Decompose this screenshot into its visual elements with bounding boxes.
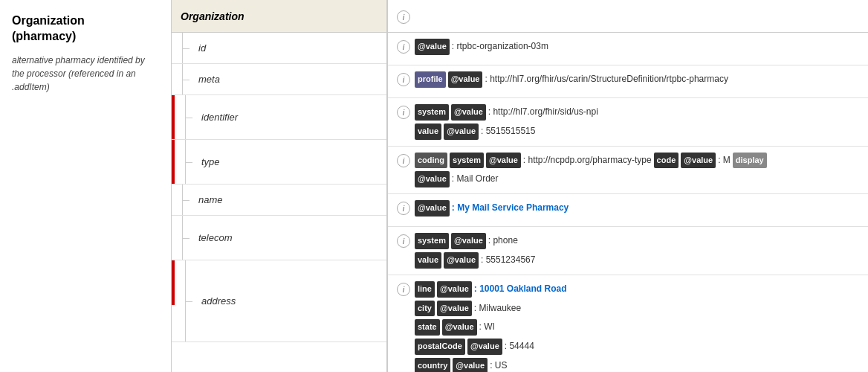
info-icon-meta[interactable]: i [397, 73, 410, 86]
identifier-line-2: value @value : 5515515515 [415, 124, 535, 140]
value-content-address: line @value : 10001 Oakland Road city @v… [415, 281, 859, 372]
value-row-name: i @value : My Mail Service Pharmacy [388, 194, 868, 227]
tag-state-address: state [415, 319, 440, 336]
type-line-1: coding system @value : http://ncpdp.org/… [415, 153, 767, 169]
tag-coding-type: coding [415, 153, 447, 169]
sidebar: Organization(pharmacy) alternative pharm… [0, 0, 171, 372]
text-type-system: : http://ncpdp.org/pharmacy-type [523, 153, 652, 169]
tree-line-meta [172, 64, 192, 94]
value-content-name: @value : My Mail Service Pharmacy [415, 200, 859, 217]
tag-value-address-country: @value [453, 358, 488, 372]
tag-atvalue-telecom: @value [444, 252, 479, 269]
field-name-type: type [195, 140, 386, 184]
address-line-5: country @value : US [415, 358, 508, 372]
tree-line-identifier [175, 95, 195, 139]
field-name-telecom: telecom [192, 216, 386, 260]
tag-code-type: code [654, 153, 679, 169]
text-meta-value: : http://hl7.org/fhir/us/carin/Structure… [485, 71, 728, 88]
address-line-2: city @value : Milwaukee [415, 301, 521, 317]
value-content-id: @value : rtpbc-organization-03m [415, 39, 859, 55]
identifier-line-1: system @value : http://hl7.org/fhir/sid/… [415, 104, 598, 121]
text-identifier-value: : 5515515515 [481, 124, 535, 140]
tag-line-address: line [415, 281, 435, 298]
text-name-value: : My Mail Service Pharmacy [452, 200, 569, 217]
text-telecom-system: : phone [488, 233, 518, 249]
text-type-code: : M [718, 153, 731, 169]
tree-line-telecom [172, 216, 192, 260]
text-address-line: : 10001 Oakland Road [474, 281, 567, 298]
text-address-city: : Milwaukee [474, 301, 521, 317]
tag-postal-address: postalCode [415, 339, 465, 355]
tag-system-type: system [450, 153, 484, 169]
text-telecom-value: : 5551234567 [481, 252, 535, 269]
tree-line-address [175, 260, 195, 341]
text-address-country: : US [490, 358, 507, 372]
tag-value-identifier-val: value [415, 124, 441, 140]
type-line-2: @value : Mail Order [415, 171, 499, 187]
info-icon-type[interactable]: i [397, 154, 410, 167]
telecom-line-2: value @value : 5551234567 [415, 252, 535, 269]
values-column: i i @value : rtpbc-organization-03m i pr… [387, 0, 868, 372]
tag-country-address: country [415, 358, 450, 372]
sidebar-description: alternative pharmacy identified by the p… [12, 54, 159, 94]
main-content: Organization id meta identifier type nam… [171, 0, 868, 372]
text-type-display: : Mail Order [452, 171, 499, 187]
tag-value-identifier-system: @value [451, 104, 486, 121]
tag-display-type: display [733, 153, 767, 169]
value-row-telecom: i system @value : phone value @value : 5… [388, 227, 868, 275]
tag-value-telecom-val: value [415, 252, 441, 269]
value-content-meta: profile @value : http://hl7.org/fhir/us/… [415, 71, 859, 88]
info-icon-name[interactable]: i [397, 202, 410, 215]
value-content-identifier: system @value : http://hl7.org/fhir/sid/… [415, 104, 859, 140]
tag-value-meta: @value [448, 71, 483, 88]
tag-value-id: @value [415, 39, 450, 55]
tree-line-id [172, 33, 192, 63]
field-row-id: id [172, 33, 386, 64]
tag-value-address-line: @value [437, 281, 472, 298]
field-name-address: address [195, 260, 386, 341]
value-content-type: coding system @value : http://ncpdp.org/… [415, 153, 859, 188]
info-icon-address[interactable]: i [397, 283, 410, 296]
tag-value-address-city: @value [437, 301, 472, 317]
text-identifier-system: : http://hl7.org/fhir/sid/us-npi [488, 104, 598, 121]
value-row-identifier: i system @value : http://hl7.org/fhir/si… [388, 98, 868, 147]
value-row-id: i @value : rtpbc-organization-03m [388, 33, 868, 65]
value-row-type: i coding system @value : http://ncpdp.or… [388, 147, 868, 195]
tag-system-telecom: system [415, 233, 449, 249]
info-icon-header[interactable]: i [397, 10, 410, 24]
tag-system-identifier: system [415, 104, 449, 121]
tag-value-telecom-system: @value [451, 233, 486, 249]
text-address-state: : WI [479, 319, 495, 336]
field-row-name: name [172, 185, 386, 216]
tag-city-address: city [415, 301, 435, 317]
info-icon-telecom[interactable]: i [397, 234, 410, 248]
field-name-id: id [192, 33, 386, 63]
tag-value-type-code: @value [681, 153, 716, 169]
tag-profile-meta: profile [415, 71, 446, 88]
tag-value-address-postal: @value [467, 339, 502, 355]
field-name-meta: meta [192, 64, 386, 94]
address-line-1: line @value : 10001 Oakland Road [415, 281, 567, 298]
tag-value-name: @value [415, 200, 450, 217]
value-header: i [388, 0, 868, 33]
field-row-telecom: telecom [172, 216, 386, 260]
info-icon-identifier[interactable]: i [397, 106, 410, 119]
tag-atvalue-identifier: @value [444, 124, 479, 140]
field-name-identifier: identifier [195, 95, 386, 139]
field-row-address: address [172, 260, 386, 342]
info-icon-id[interactable]: i [397, 40, 410, 54]
text-id-value: : rtpbc-organization-03m [452, 39, 548, 55]
address-line-4: postalCode @value : 54444 [415, 339, 534, 355]
text-address-postal: : 54444 [505, 339, 534, 355]
value-content-telecom: system @value : phone value @value : 555… [415, 233, 859, 269]
field-header: Organization [172, 0, 386, 33]
tag-value-type-system: @value [486, 153, 521, 169]
tag-atvalue-type: @value [415, 171, 450, 187]
field-row-meta: meta [172, 64, 386, 95]
address-line-3: state @value : WI [415, 319, 495, 336]
tag-value-address-state: @value [442, 319, 477, 336]
field-header-label: Organization [181, 10, 244, 22]
value-row-meta: i profile @value : http://hl7.org/fhir/u… [388, 65, 868, 98]
value-row-address: i line @value : 10001 Oakland Road city … [388, 275, 868, 372]
telecom-line-1: system @value : phone [415, 233, 518, 249]
